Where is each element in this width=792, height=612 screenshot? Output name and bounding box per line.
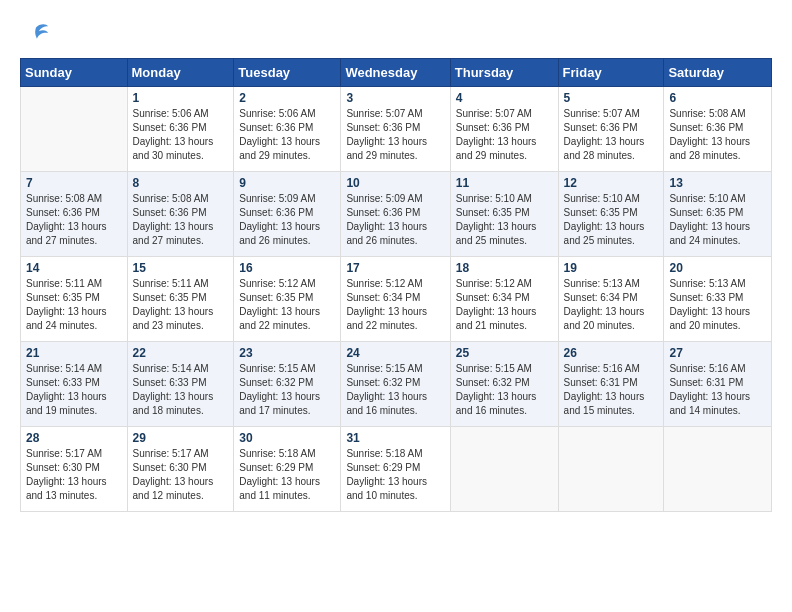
page-header	[20, 20, 772, 48]
day-number: 14	[26, 261, 122, 275]
day-number: 24	[346, 346, 444, 360]
day-number: 4	[456, 91, 553, 105]
day-number: 8	[133, 176, 229, 190]
cell-sun-info: Sunrise: 5:06 AMSunset: 6:36 PMDaylight:…	[133, 107, 229, 163]
cell-sun-info: Sunrise: 5:07 AMSunset: 6:36 PMDaylight:…	[456, 107, 553, 163]
calendar-cell: 30Sunrise: 5:18 AMSunset: 6:29 PMDayligh…	[234, 427, 341, 512]
calendar-cell: 2Sunrise: 5:06 AMSunset: 6:36 PMDaylight…	[234, 87, 341, 172]
calendar-cell: 21Sunrise: 5:14 AMSunset: 6:33 PMDayligh…	[21, 342, 128, 427]
day-number: 21	[26, 346, 122, 360]
cell-sun-info: Sunrise: 5:10 AMSunset: 6:35 PMDaylight:…	[564, 192, 659, 248]
cell-sun-info: Sunrise: 5:09 AMSunset: 6:36 PMDaylight:…	[239, 192, 335, 248]
cell-sun-info: Sunrise: 5:12 AMSunset: 6:34 PMDaylight:…	[346, 277, 444, 333]
cell-sun-info: Sunrise: 5:08 AMSunset: 6:36 PMDaylight:…	[669, 107, 766, 163]
cell-sun-info: Sunrise: 5:15 AMSunset: 6:32 PMDaylight:…	[346, 362, 444, 418]
calendar-cell: 14Sunrise: 5:11 AMSunset: 6:35 PMDayligh…	[21, 257, 128, 342]
cell-sun-info: Sunrise: 5:07 AMSunset: 6:36 PMDaylight:…	[564, 107, 659, 163]
calendar-cell: 1Sunrise: 5:06 AMSunset: 6:36 PMDaylight…	[127, 87, 234, 172]
day-number: 28	[26, 431, 122, 445]
day-number: 15	[133, 261, 229, 275]
weekday-header-row: SundayMondayTuesdayWednesdayThursdayFrid…	[21, 59, 772, 87]
day-number: 19	[564, 261, 659, 275]
calendar-cell: 18Sunrise: 5:12 AMSunset: 6:34 PMDayligh…	[450, 257, 558, 342]
calendar-week-row: 14Sunrise: 5:11 AMSunset: 6:35 PMDayligh…	[21, 257, 772, 342]
weekday-header-saturday: Saturday	[664, 59, 772, 87]
weekday-header-tuesday: Tuesday	[234, 59, 341, 87]
cell-sun-info: Sunrise: 5:16 AMSunset: 6:31 PMDaylight:…	[669, 362, 766, 418]
cell-sun-info: Sunrise: 5:11 AMSunset: 6:35 PMDaylight:…	[26, 277, 122, 333]
cell-sun-info: Sunrise: 5:13 AMSunset: 6:33 PMDaylight:…	[669, 277, 766, 333]
day-number: 25	[456, 346, 553, 360]
calendar-cell: 17Sunrise: 5:12 AMSunset: 6:34 PMDayligh…	[341, 257, 450, 342]
cell-sun-info: Sunrise: 5:15 AMSunset: 6:32 PMDaylight:…	[239, 362, 335, 418]
calendar-cell: 20Sunrise: 5:13 AMSunset: 6:33 PMDayligh…	[664, 257, 772, 342]
day-number: 18	[456, 261, 553, 275]
cell-sun-info: Sunrise: 5:16 AMSunset: 6:31 PMDaylight:…	[564, 362, 659, 418]
calendar-cell	[558, 427, 664, 512]
day-number: 3	[346, 91, 444, 105]
cell-sun-info: Sunrise: 5:14 AMSunset: 6:33 PMDaylight:…	[26, 362, 122, 418]
calendar-cell	[21, 87, 128, 172]
calendar-cell: 25Sunrise: 5:15 AMSunset: 6:32 PMDayligh…	[450, 342, 558, 427]
day-number: 20	[669, 261, 766, 275]
day-number: 2	[239, 91, 335, 105]
cell-sun-info: Sunrise: 5:17 AMSunset: 6:30 PMDaylight:…	[133, 447, 229, 503]
calendar-cell: 11Sunrise: 5:10 AMSunset: 6:35 PMDayligh…	[450, 172, 558, 257]
calendar-week-row: 1Sunrise: 5:06 AMSunset: 6:36 PMDaylight…	[21, 87, 772, 172]
calendar-week-row: 28Sunrise: 5:17 AMSunset: 6:30 PMDayligh…	[21, 427, 772, 512]
day-number: 10	[346, 176, 444, 190]
calendar-cell: 4Sunrise: 5:07 AMSunset: 6:36 PMDaylight…	[450, 87, 558, 172]
day-number: 6	[669, 91, 766, 105]
calendar-cell: 31Sunrise: 5:18 AMSunset: 6:29 PMDayligh…	[341, 427, 450, 512]
cell-sun-info: Sunrise: 5:12 AMSunset: 6:34 PMDaylight:…	[456, 277, 553, 333]
cell-sun-info: Sunrise: 5:11 AMSunset: 6:35 PMDaylight:…	[133, 277, 229, 333]
cell-sun-info: Sunrise: 5:09 AMSunset: 6:36 PMDaylight:…	[346, 192, 444, 248]
calendar-cell: 27Sunrise: 5:16 AMSunset: 6:31 PMDayligh…	[664, 342, 772, 427]
calendar-week-row: 21Sunrise: 5:14 AMSunset: 6:33 PMDayligh…	[21, 342, 772, 427]
cell-sun-info: Sunrise: 5:07 AMSunset: 6:36 PMDaylight:…	[346, 107, 444, 163]
weekday-header-sunday: Sunday	[21, 59, 128, 87]
calendar-cell: 15Sunrise: 5:11 AMSunset: 6:35 PMDayligh…	[127, 257, 234, 342]
cell-sun-info: Sunrise: 5:08 AMSunset: 6:36 PMDaylight:…	[133, 192, 229, 248]
cell-sun-info: Sunrise: 5:12 AMSunset: 6:35 PMDaylight:…	[239, 277, 335, 333]
cell-sun-info: Sunrise: 5:17 AMSunset: 6:30 PMDaylight:…	[26, 447, 122, 503]
cell-sun-info: Sunrise: 5:06 AMSunset: 6:36 PMDaylight:…	[239, 107, 335, 163]
calendar-table: SundayMondayTuesdayWednesdayThursdayFrid…	[20, 58, 772, 512]
weekday-header-thursday: Thursday	[450, 59, 558, 87]
cell-sun-info: Sunrise: 5:14 AMSunset: 6:33 PMDaylight:…	[133, 362, 229, 418]
calendar-cell	[450, 427, 558, 512]
day-number: 27	[669, 346, 766, 360]
calendar-cell: 9Sunrise: 5:09 AMSunset: 6:36 PMDaylight…	[234, 172, 341, 257]
calendar-cell: 12Sunrise: 5:10 AMSunset: 6:35 PMDayligh…	[558, 172, 664, 257]
calendar-cell: 28Sunrise: 5:17 AMSunset: 6:30 PMDayligh…	[21, 427, 128, 512]
calendar-header: SundayMondayTuesdayWednesdayThursdayFrid…	[21, 59, 772, 87]
calendar-cell: 22Sunrise: 5:14 AMSunset: 6:33 PMDayligh…	[127, 342, 234, 427]
weekday-header-friday: Friday	[558, 59, 664, 87]
calendar-cell: 16Sunrise: 5:12 AMSunset: 6:35 PMDayligh…	[234, 257, 341, 342]
day-number: 17	[346, 261, 444, 275]
day-number: 13	[669, 176, 766, 190]
cell-sun-info: Sunrise: 5:15 AMSunset: 6:32 PMDaylight:…	[456, 362, 553, 418]
cell-sun-info: Sunrise: 5:13 AMSunset: 6:34 PMDaylight:…	[564, 277, 659, 333]
logo-bird-icon	[22, 20, 50, 48]
day-number: 11	[456, 176, 553, 190]
calendar-cell: 24Sunrise: 5:15 AMSunset: 6:32 PMDayligh…	[341, 342, 450, 427]
day-number: 30	[239, 431, 335, 445]
cell-sun-info: Sunrise: 5:10 AMSunset: 6:35 PMDaylight:…	[456, 192, 553, 248]
weekday-header-wednesday: Wednesday	[341, 59, 450, 87]
calendar-body: 1Sunrise: 5:06 AMSunset: 6:36 PMDaylight…	[21, 87, 772, 512]
logo	[20, 20, 50, 48]
day-number: 7	[26, 176, 122, 190]
calendar-cell: 6Sunrise: 5:08 AMSunset: 6:36 PMDaylight…	[664, 87, 772, 172]
calendar-week-row: 7Sunrise: 5:08 AMSunset: 6:36 PMDaylight…	[21, 172, 772, 257]
day-number: 23	[239, 346, 335, 360]
calendar-cell: 26Sunrise: 5:16 AMSunset: 6:31 PMDayligh…	[558, 342, 664, 427]
day-number: 31	[346, 431, 444, 445]
calendar-cell	[664, 427, 772, 512]
day-number: 22	[133, 346, 229, 360]
day-number: 26	[564, 346, 659, 360]
weekday-header-monday: Monday	[127, 59, 234, 87]
day-number: 1	[133, 91, 229, 105]
calendar-cell: 23Sunrise: 5:15 AMSunset: 6:32 PMDayligh…	[234, 342, 341, 427]
calendar-cell: 5Sunrise: 5:07 AMSunset: 6:36 PMDaylight…	[558, 87, 664, 172]
